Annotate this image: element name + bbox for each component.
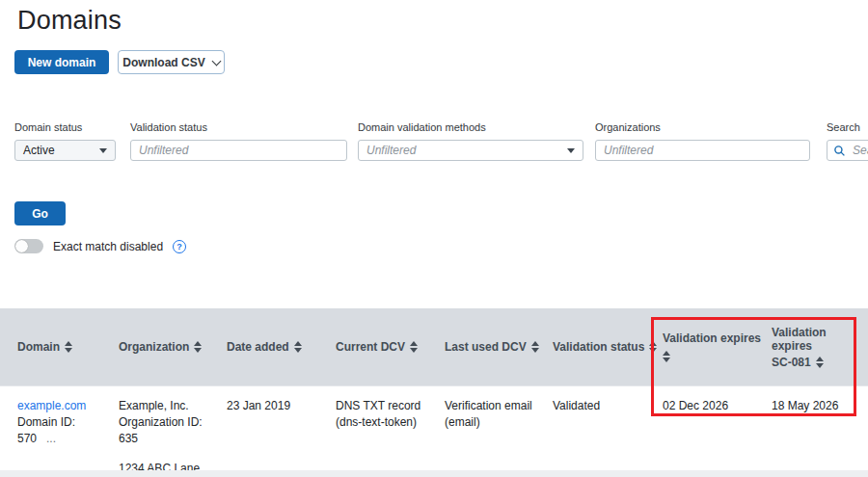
table-header-row: Domain Organization Date added Current D… [0,308,868,385]
column-label: SC-081 [772,356,811,369]
filter-domain-status: Domain status Active [14,121,116,161]
row-overflow-ellipsis[interactable]: ... [46,432,56,445]
cell-date-added: 23 Jan 2019 [227,386,336,477]
sort-icon[interactable] [816,357,824,368]
filter-search: Search [827,121,868,161]
domain-status-value: Active [23,144,55,157]
column-header-last-used-dcv: Last used DCV [445,308,553,385]
download-csv-label: Download CSV [122,56,204,69]
column-label: Validation expires [772,326,858,353]
column-header-current-dcv: Current DCV [336,308,445,385]
domain-status-select[interactable]: Active [14,140,116,161]
validation-status-label: Validation status [130,121,347,133]
cell-organization: Example, Inc. Organization ID: 635 1234 … [119,386,227,477]
caret-down-icon [99,148,107,153]
column-label: Validation status [553,340,644,354]
column-label: Domain [17,340,60,354]
domain-status-label: Domain status [14,121,116,133]
current-dcv-method: DNS TXT record [336,398,435,414]
page-title: Domains [17,6,122,36]
org-id: Organization ID: 635 [119,414,217,447]
organizations-label: Organizations [595,121,810,133]
cell-validation-expires: 02 Dec 2026 [663,386,772,477]
search-icon [833,144,846,161]
help-icon[interactable]: ? [173,240,186,253]
column-label: Last used DCV [445,340,527,354]
domains-table: Domain Organization Date added Current D… [0,308,868,470]
column-header-organization: Organization [119,308,227,385]
column-label: Date added [227,340,289,354]
sort-icon[interactable] [410,341,418,353]
filter-validation-status: Validation status [130,121,347,161]
column-header-validation-status: Validation status [553,308,663,385]
sort-icon[interactable] [294,341,302,353]
current-dcv-token: (dns-text-token) [336,414,435,431]
exact-match-row: Exact match disabled ? [14,239,186,253]
organizations-input[interactable] [595,140,810,161]
column-header-validation-expires: Validation expires [663,308,772,385]
dcv-methods-select[interactable]: Unfiltered [358,140,583,161]
sort-icon[interactable] [649,341,657,353]
column-label: Organization [119,340,189,354]
cell-current-dcv: DNS TXT record (dns-text-token) [336,386,445,477]
cell-validation-expires-sc081: 18 May 2026 [772,386,868,477]
chevron-down-icon [211,56,221,66]
column-header-domain: Domain [17,308,119,385]
column-label: Current DCV [336,340,405,354]
new-domain-button[interactable]: New domain [14,50,109,74]
column-header-validation-expires-sc081: Validation expires SC-081 [772,308,868,385]
sort-icon[interactable] [663,351,670,362]
last-dcv-method: Verification email [445,398,543,414]
sort-icon[interactable] [531,341,539,353]
org-name: Example, Inc. [119,398,217,414]
column-header-date-added: Date added [227,308,336,385]
search-label: Search [827,121,868,133]
sort-icon[interactable] [194,341,202,353]
cell-validation-status: Validated [553,386,663,477]
table-footer-strip [0,470,868,477]
dcv-methods-label: Domain validation methods [358,121,583,133]
filter-organizations: Organizations [595,121,810,161]
cell-domain: example.com Domain ID: 570... [17,386,119,477]
column-label: Validation expires [663,331,761,345]
download-csv-button[interactable]: Download CSV [118,50,225,74]
exact-match-label: Exact match disabled [53,240,163,253]
validation-status-input[interactable] [130,140,347,161]
dcv-methods-value: Unfiltered [366,144,416,157]
go-button[interactable]: Go [14,201,66,225]
last-dcv-token: (email) [445,414,543,431]
sort-icon[interactable] [65,341,72,353]
table-row: example.com Domain ID: 570... Example, I… [0,385,868,470]
filter-dcv-methods: Domain validation methods Unfiltered [358,121,583,161]
caret-down-icon [567,148,575,153]
exact-match-toggle[interactable] [14,239,43,253]
domain-link[interactable]: example.com [17,399,86,412]
cell-last-used-dcv: Verification email (email) [445,386,553,477]
